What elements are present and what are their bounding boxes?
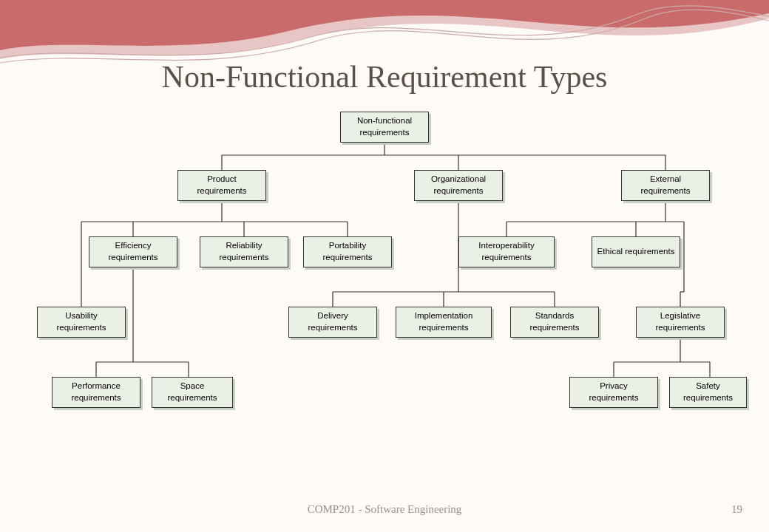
node-safety: Safety requirements xyxy=(669,377,747,408)
node-implementation: Implementation requirements xyxy=(396,307,492,338)
requirements-tree-diagram: Non-functional requirements Product requ… xyxy=(22,107,747,484)
tree-connectors xyxy=(22,107,747,484)
node-standards: Standards requirements xyxy=(510,307,599,338)
node-organizational: Organizational requirements xyxy=(414,170,503,201)
node-usability: Usability requirements xyxy=(37,307,126,338)
node-portability: Portability requirements xyxy=(303,236,392,267)
node-efficiency: Efficiency requirements xyxy=(89,236,177,267)
node-privacy: Privacy requirements xyxy=(569,377,658,408)
node-space: Space requirements xyxy=(152,377,233,408)
node-reliability: Reliability requirements xyxy=(200,236,288,267)
node-root: Non-functional requirements xyxy=(340,112,429,143)
node-external: External requirements xyxy=(621,170,710,201)
slide-title: Non-Functional Requirement Types xyxy=(0,59,769,95)
page-number: 19 xyxy=(731,503,742,516)
node-legislative: Legislative requirements xyxy=(636,307,725,338)
node-product: Product requirements xyxy=(177,170,266,201)
node-interoperability: Interoperability requirements xyxy=(458,236,555,267)
node-delivery: Delivery requirements xyxy=(288,307,377,338)
node-ethical: Ethical requirements xyxy=(592,236,680,267)
node-performance: Performance requirements xyxy=(52,377,140,408)
footer-course-label: COMP201 - Software Engineering xyxy=(0,503,769,516)
